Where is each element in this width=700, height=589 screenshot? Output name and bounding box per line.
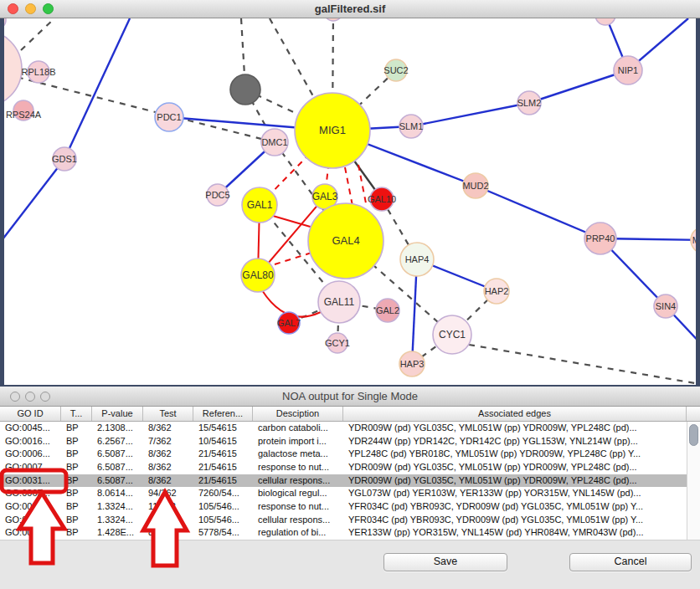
cell: 105/546...: [193, 500, 253, 514]
cell: YGL073W (pd) YER103W, YER133W (pp) YOR31…: [343, 487, 687, 500]
cell: 10/54615: [193, 435, 253, 448]
table-row[interactable]: GO:0016...BP6.2567...7/36210/54615protei…: [0, 435, 687, 448]
cell: YPL248C (pd) YBR018C, YML051W (pp) YDR00…: [343, 448, 687, 461]
node-label: HAP4: [405, 254, 430, 264]
cell: GO:0050...: [0, 526, 61, 540]
cell: cellular respons...: [253, 514, 343, 527]
save-button[interactable]: Save: [383, 553, 507, 571]
node-PDC1[interactable]: PDC1: [155, 103, 183, 131]
node-MIG1[interactable]: MIG1: [295, 93, 370, 168]
node-PRP40[interactable]: PRP40: [584, 223, 616, 254]
network-window-titlebar[interactable]: galFiltered.sif: [0, 0, 700, 18]
cell: 8/362: [143, 448, 193, 461]
table-row[interactable]: GO:0050...BP1.428E...80/3625778/54...reg…: [0, 526, 687, 540]
cell: BP: [61, 435, 92, 448]
column-header-referen-[interactable]: Referen...: [193, 407, 253, 421]
node-CYC1[interactable]: CYC1: [433, 315, 471, 354]
column-header-test[interactable]: Test: [143, 407, 193, 421]
cell: 8/362: [143, 422, 193, 435]
column-header-t-[interactable]: T...: [61, 407, 92, 421]
table-row[interactable]: GO:0031...BP1.3324...11/362105/546...res…: [0, 500, 687, 514]
cell: YDR009W (pd) YGL035C, YML051W (pp) YDR00…: [343, 422, 687, 435]
node-label: GAL10: [368, 194, 396, 204]
node-label: CYC1: [439, 329, 466, 341]
network-window: galFiltered.sif RPL18BRPS24AGDS1PDC1DMC1…: [0, 0, 700, 385]
node-GAL2[interactable]: GAL2: [376, 299, 399, 322]
node-PDC5[interactable]: PDC5: [205, 184, 229, 206]
node-HAP2[interactable]: HAP2: [484, 279, 509, 304]
cell: 11/362: [143, 514, 193, 527]
node-GDS1[interactable]: GDS1: [52, 147, 77, 171]
node-SLM2[interactable]: SLM2: [517, 91, 542, 115]
column-header-go-id[interactable]: GO ID: [0, 407, 61, 421]
cell: GO:0045...: [0, 422, 61, 435]
cell: 6.2567...: [92, 435, 143, 448]
network-canvas[interactable]: RPL18BRPS24AGDS1PDC1DMC1MIG1SUC2SLM1SLM2…: [0, 18, 700, 385]
node-SIN4[interactable]: SIN4: [654, 294, 677, 318]
node-label: SIN4: [656, 301, 676, 311]
cell: YFR034C (pd) YBR093C, YDR009W (pd) YGL03…: [343, 514, 687, 527]
node-GAL1[interactable]: GAL1: [242, 187, 277, 223]
node-HAP4[interactable]: HAP4: [400, 243, 434, 276]
cell: BP: [61, 526, 92, 540]
cell: BP: [61, 514, 92, 527]
cell: BP: [61, 422, 92, 435]
node-label: HAP3: [400, 359, 425, 369]
node-GAL11[interactable]: GAL11: [318, 281, 360, 323]
cell: 6.5087...: [92, 448, 143, 461]
cell: 15/54615: [193, 422, 253, 435]
node-NIP1[interactable]: NIP1: [614, 56, 642, 85]
cell: 8/362: [143, 461, 193, 474]
node-label: MUD2: [462, 181, 488, 191]
node-label: DMC1: [261, 137, 287, 147]
cell: response to nut...: [253, 461, 343, 474]
cell: 2.1308...: [92, 422, 143, 435]
node-graynode[interactable]: [230, 74, 260, 105]
node-label: GAL3: [312, 191, 338, 202]
table-row[interactable]: GO:0031...BP6.5087...8/36221/54615cellul…: [0, 474, 687, 488]
cell: BP: [61, 487, 92, 500]
cell: 1.3324...: [92, 514, 143, 527]
column-header-associated-edges[interactable]: Associated edges: [343, 407, 687, 421]
table-body: GO:0045...BP2.1308...8/36215/54615carbon…: [0, 422, 687, 540]
column-header-filler: [687, 407, 700, 421]
noa-window-titlebar[interactable]: NOA output for Single Mode: [0, 387, 700, 407]
column-header-desciption[interactable]: Desciption: [253, 407, 343, 421]
cell: 11/362: [143, 500, 193, 514]
cell: BP: [61, 474, 92, 488]
cell: 1.3324...: [92, 500, 143, 514]
cell: BP: [61, 500, 92, 514]
table-row[interactable]: GO:0031...BP1.3324...11/362105/546...cel…: [0, 514, 687, 527]
table-row[interactable]: GO:0045...BP2.1308...8/36215/54615carbon…: [0, 422, 687, 435]
table-row[interactable]: GO:0007...BP6.5087...8/36221/54615respon…: [0, 461, 687, 474]
node-MUD2[interactable]: MUD2: [462, 173, 488, 198]
node-GAL80[interactable]: GAL80: [241, 259, 275, 292]
table-row[interactable]: GO:0065...BP8.0614...94/3627260/54...bio…: [0, 487, 687, 500]
column-header-p-value[interactable]: P-value: [92, 407, 143, 421]
cell: YFR034C (pd) YBR093C, YDR009W (pd) YGL03…: [343, 500, 687, 514]
cell: BP: [61, 448, 92, 461]
cancel-button[interactable]: Cancel: [569, 553, 692, 571]
node-label: GDS1: [52, 154, 77, 164]
cell: GO:0016...: [0, 435, 61, 448]
node-label: GAL2: [376, 305, 399, 315]
node-SLM1[interactable]: SLM1: [399, 115, 424, 138]
cell: 7/362: [143, 435, 193, 448]
cell: GO:0065...: [0, 487, 61, 500]
node-DMC1[interactable]: DMC1: [261, 129, 288, 156]
scrollbar-thumb[interactable]: [689, 424, 698, 446]
network-graph[interactable]: RPL18BRPS24AGDS1PDC1DMC1MIG1SUC2SLM1SLM2…: [0, 18, 700, 385]
node-HAP3[interactable]: HAP3: [399, 351, 425, 376]
cell: 7260/54...: [193, 487, 253, 500]
cell: carbon cataboli...: [253, 422, 343, 435]
node-label: SLM1: [399, 121, 424, 131]
cell: cellular respons...: [253, 474, 343, 488]
node-label: SLM2: [517, 98, 542, 108]
cell: 21/54615: [193, 448, 253, 461]
node-GAL4[interactable]: GAL4: [308, 203, 383, 279]
node-GAL7[interactable]: GAL7: [277, 312, 301, 334]
node-SUC2[interactable]: SUC2: [383, 59, 408, 81]
table-row[interactable]: GO:0006...BP6.5087...8/36221/54615galact…: [0, 448, 687, 461]
vertical-scrollbar[interactable]: [687, 422, 700, 540]
cell: 94/362: [143, 487, 193, 500]
